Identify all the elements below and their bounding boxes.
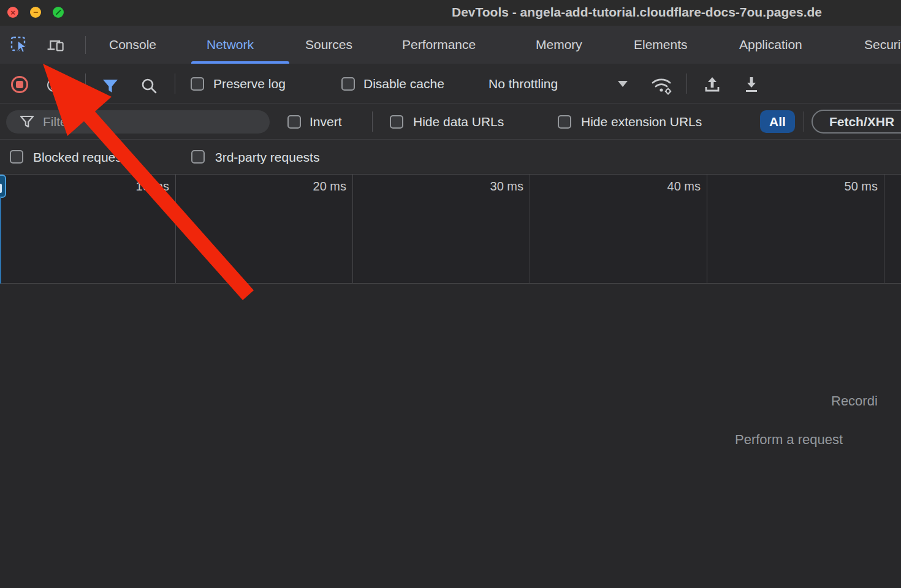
requests-empty-state: Recordi Perform a request xyxy=(0,284,901,588)
timeline-tick-label: 40 ms xyxy=(667,179,701,194)
timeline-handle-grip-icon xyxy=(0,184,2,193)
devtools-tabbar: Console Network Sources Performance Memo… xyxy=(0,26,901,64)
tab-sources[interactable]: Sources xyxy=(305,26,352,64)
close-window-button[interactable]: × xyxy=(7,7,18,18)
request-type-filter-all[interactable]: All xyxy=(760,110,795,133)
toolbar-divider xyxy=(686,74,687,94)
timeline-column: 30 ms xyxy=(353,175,530,284)
timeline-column: 50 ms xyxy=(707,175,884,284)
tab-security[interactable]: Security xyxy=(864,26,901,64)
network-conditions-icon[interactable] xyxy=(649,75,675,95)
tab-elements[interactable]: Elements xyxy=(634,26,688,64)
zoom-window-button[interactable] xyxy=(53,7,64,18)
filter-row-divider xyxy=(804,111,804,132)
devtools-window: × − DevTools - angela-add-tutorial.cloud… xyxy=(0,0,901,588)
device-toolbar-icon xyxy=(45,36,66,55)
timeline-tick-label: 10 ms xyxy=(136,179,169,194)
invert-label[interactable]: Invert xyxy=(310,104,342,140)
timeline-column: 20 ms xyxy=(176,175,353,284)
timeline-tick-label: 50 ms xyxy=(845,179,878,194)
hide-data-urls-label[interactable]: Hide data URLs xyxy=(413,104,504,140)
third-party-requests-label[interactable]: 3rd-party requests xyxy=(215,140,319,175)
minimize-window-button[interactable]: − xyxy=(30,7,41,18)
record-network-log-button[interactable] xyxy=(11,76,28,93)
preserve-log-label[interactable]: Preserve log xyxy=(213,64,286,104)
timeline-column: 40 ms xyxy=(530,175,707,284)
window-title: DevTools - angela-add-tutorial.cloudflar… xyxy=(452,5,822,20)
request-blocking-row: Blocked requests 3rd-party requests xyxy=(0,140,901,175)
timeline-tick-label: 20 ms xyxy=(313,179,346,194)
network-filter-row: Invert Hide data URLs Hide extension URL… xyxy=(0,104,901,140)
inspect-element-icon xyxy=(10,36,29,55)
network-toolbar: Preserve log Disable cache No throttling xyxy=(0,64,901,104)
request-type-filter-fetch-xhr[interactable]: Fetch/XHR xyxy=(812,110,901,134)
hide-data-urls-checkbox[interactable] xyxy=(390,115,403,129)
tab-network[interactable]: Network xyxy=(207,26,254,64)
zoom-blocked-icon xyxy=(55,9,61,15)
tabbar-divider xyxy=(85,36,86,54)
preserve-log-checkbox[interactable] xyxy=(191,77,204,91)
hide-extension-urls-checkbox[interactable] xyxy=(558,115,571,129)
blocked-requests-checkbox[interactable] xyxy=(10,150,23,164)
recording-activity-text: Recordi xyxy=(831,393,878,409)
clear-icon xyxy=(50,81,58,89)
third-party-requests-checkbox[interactable] xyxy=(191,150,205,164)
filter-input-pill[interactable] xyxy=(6,110,270,134)
throttling-caret-icon[interactable] xyxy=(618,81,628,87)
inspect-element-button[interactable] xyxy=(9,36,30,55)
tab-performance[interactable]: Performance xyxy=(402,26,476,64)
timeline-window-edge[interactable] xyxy=(0,197,1,284)
hide-extension-urls-label[interactable]: Hide extension URLs xyxy=(581,104,702,140)
filter-input-funnel-icon xyxy=(20,115,34,129)
toolbar-divider xyxy=(85,74,86,94)
record-stop-icon xyxy=(16,81,23,88)
timeline-column: 10 ms xyxy=(0,175,176,284)
tab-console[interactable]: Console xyxy=(109,26,156,64)
tab-application[interactable]: Application xyxy=(739,26,802,64)
tab-memory[interactable]: Memory xyxy=(536,26,582,64)
disable-cache-label[interactable]: Disable cache xyxy=(363,64,444,104)
import-har-icon[interactable] xyxy=(702,76,722,93)
network-overview-timeline[interactable]: 10 ms 20 ms 30 ms 40 ms 50 ms xyxy=(0,175,901,284)
filter-funnel-icon[interactable] xyxy=(102,79,119,94)
clear-network-log-button[interactable] xyxy=(47,78,61,92)
invert-checkbox[interactable] xyxy=(287,115,301,129)
toolbar-divider xyxy=(175,74,175,94)
timeline-tick-label: 30 ms xyxy=(490,179,523,194)
titlebar: × − DevTools - angela-add-tutorial.cloud… xyxy=(0,0,901,26)
filter-input[interactable] xyxy=(43,115,251,129)
perform-request-text: Perform a request xyxy=(735,432,843,448)
throttling-select[interactable]: No throttling xyxy=(489,64,558,104)
disable-cache-checkbox[interactable] xyxy=(341,77,355,91)
device-toolbar-button[interactable] xyxy=(45,36,66,55)
export-har-icon[interactable] xyxy=(742,76,761,93)
timeline-window-handle[interactable] xyxy=(0,175,6,198)
search-icon[interactable] xyxy=(140,77,158,94)
blocked-requests-label[interactable]: Blocked requests xyxy=(33,140,132,175)
filter-row-divider xyxy=(372,111,373,132)
